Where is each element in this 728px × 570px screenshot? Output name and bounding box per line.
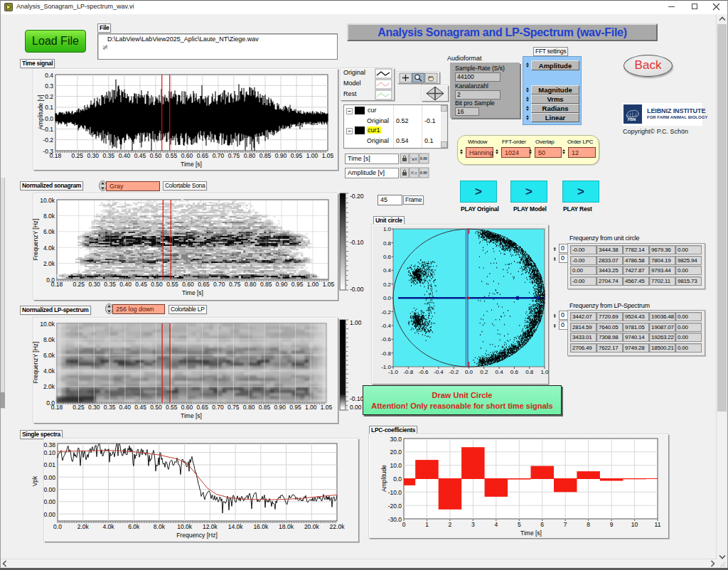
svg-text:0: 0 <box>402 521 406 528</box>
svg-text:0.40: 0.40 <box>119 281 132 288</box>
svg-text:Time [s]: Time [s] <box>181 412 202 419</box>
svg-text:0.85: 0.85 <box>260 281 272 288</box>
svg-text:10.0k: 10.0k <box>177 523 193 530</box>
svg-text:Time [s]: Time [s] <box>520 529 542 537</box>
svg-text:0.30: 0.30 <box>88 404 100 411</box>
svg-text:0.50: 0.50 <box>151 281 163 288</box>
svg-text:0.38: 0.38 <box>43 441 55 448</box>
svg-text:Time [s]: Time [s] <box>182 289 203 296</box>
svg-text:9: 9 <box>610 521 614 528</box>
svg-text:-0.10: -0.10 <box>350 239 364 246</box>
svg-text:0.1: 0.1 <box>45 104 53 111</box>
svg-text:0.40: 0.40 <box>119 152 131 159</box>
svg-text:FBN: FBN <box>628 117 636 122</box>
svg-text:2.0k: 2.0k <box>43 260 55 267</box>
svg-text:0.80: 0.80 <box>243 404 255 411</box>
svg-text:-0.4: -0.4 <box>381 323 391 329</box>
svg-text:Amplitude: Amplitude <box>380 465 387 492</box>
svg-text:0.55: 0.55 <box>166 404 178 411</box>
svg-text:3: 3 <box>471 521 475 528</box>
svg-text:10.0k: 10.0k <box>40 197 55 204</box>
svg-text:0.3: 0.3 <box>45 82 53 90</box>
svg-text:0.0: 0.0 <box>393 475 402 483</box>
svg-text:0.00: 0.00 <box>43 474 55 481</box>
svg-text:20.0k: 20.0k <box>304 523 320 530</box>
svg-text:0.70: 0.70 <box>213 281 225 288</box>
svg-text:0.18: 0.18 <box>50 152 62 159</box>
svg-text:0.0: 0.0 <box>45 115 53 122</box>
svg-text:10: 10 <box>631 521 638 528</box>
svg-text:0.18: 0.18 <box>51 404 63 411</box>
svg-text:1.00: 1.00 <box>305 404 317 411</box>
svg-text:1.00: 1.00 <box>306 152 318 159</box>
svg-text:0.95: 0.95 <box>291 152 303 159</box>
svg-text:0.4: 0.4 <box>45 72 53 79</box>
svg-text:0.0: 0.0 <box>465 369 473 375</box>
svg-text:0.95: 0.95 <box>289 404 301 411</box>
svg-text:2: 2 <box>449 521 452 528</box>
svg-text:1: 1 <box>425 521 429 528</box>
svg-text:0.30: 0.30 <box>87 152 100 159</box>
svg-text:30.0: 30.0 <box>390 436 402 443</box>
svg-text:0.0: 0.0 <box>383 295 392 301</box>
svg-text:0.85: 0.85 <box>259 404 271 411</box>
svg-text:0.00: 0.00 <box>43 498 55 505</box>
svg-text:8: 8 <box>587 521 590 528</box>
svg-text:0.6: 0.6 <box>510 369 519 375</box>
svg-text:0.60: 0.60 <box>182 281 194 288</box>
svg-text:16.0k: 16.0k <box>253 523 269 530</box>
svg-text:0.00: 0.00 <box>350 404 362 411</box>
svg-text:0.75: 0.75 <box>228 152 240 159</box>
svg-text:0.25: 0.25 <box>73 404 85 411</box>
svg-text:0.75: 0.75 <box>229 281 241 288</box>
svg-text:10.0k: 10.0k <box>40 321 55 328</box>
svg-text:4.0k: 4.0k <box>102 523 114 530</box>
svg-text:8.0k: 8.0k <box>43 213 55 220</box>
svg-text:0.50: 0.50 <box>150 404 162 411</box>
svg-text:0.4: 0.4 <box>496 369 504 375</box>
svg-text:Frequency [Hz]: Frequency [Hz] <box>176 532 218 539</box>
svg-text:0.40: 0.40 <box>119 404 132 411</box>
svg-text:-30.0: -30.0 <box>388 516 402 523</box>
svg-text:0.70: 0.70 <box>212 404 224 411</box>
svg-text:0.25: 0.25 <box>73 281 85 288</box>
svg-text:-0.2: -0.2 <box>381 309 391 316</box>
svg-text:Vpk: Vpk <box>31 475 38 486</box>
svg-text:8.88: 8.88 <box>420 156 427 161</box>
svg-text:6.0k: 6.0k <box>128 523 140 530</box>
svg-text:0.75: 0.75 <box>228 404 240 411</box>
svg-text:-0.00: -0.00 <box>350 286 364 293</box>
svg-text:0.80: 0.80 <box>244 152 256 159</box>
svg-text:0.60: 0.60 <box>181 152 193 159</box>
svg-text:4: 4 <box>494 521 498 528</box>
svg-text:0.0: 0.0 <box>53 523 62 530</box>
svg-text:0.2: 0.2 <box>45 93 53 100</box>
svg-text:-1.0: -1.0 <box>381 364 391 370</box>
svg-text:1.0: 1.0 <box>383 226 392 232</box>
svg-text:Amplitude [v]: Amplitude [v] <box>37 95 44 129</box>
svg-text:0.30: 0.30 <box>88 281 100 288</box>
svg-text:0.55: 0.55 <box>166 152 178 159</box>
svg-text:0.90: 0.90 <box>274 404 286 411</box>
svg-text:5: 5 <box>518 521 521 528</box>
svg-text:-0.8: -0.8 <box>403 369 413 375</box>
svg-text:-0.10: -0.10 <box>350 395 364 402</box>
svg-text:8.88: 8.88 <box>420 171 427 175</box>
svg-text:-0.4: -0.4 <box>434 369 444 375</box>
svg-text:11: 11 <box>655 521 661 528</box>
svg-text:8.0k: 8.0k <box>154 523 166 530</box>
svg-text:Time [s]: Time [s] <box>181 161 202 168</box>
svg-text:7: 7 <box>564 521 567 528</box>
svg-text:0.35: 0.35 <box>104 281 116 288</box>
svg-text:-0.2: -0.2 <box>449 369 459 375</box>
svg-text:6.0k: 6.0k <box>43 228 55 235</box>
svg-text:0.2: 0.2 <box>480 369 488 375</box>
svg-text:22.0k: 22.0k <box>330 523 346 530</box>
svg-text:0.45: 0.45 <box>135 281 147 288</box>
svg-text:2.0k: 2.0k <box>77 523 90 530</box>
svg-text:1.0: 1.0 <box>540 369 549 375</box>
svg-text:0.60: 0.60 <box>181 404 193 411</box>
svg-text:6: 6 <box>540 521 544 528</box>
svg-text:18.0k: 18.0k <box>279 523 294 530</box>
svg-text:-10.0: -10.0 <box>388 489 402 496</box>
